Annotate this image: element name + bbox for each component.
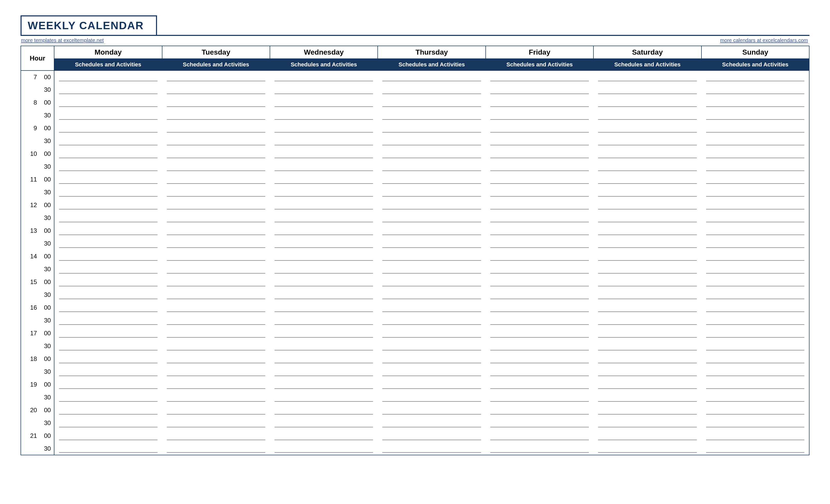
schedule-slot[interactable] (486, 160, 594, 173)
schedule-slot[interactable] (54, 96, 162, 109)
schedule-slot[interactable] (54, 276, 162, 289)
schedule-slot[interactable] (701, 83, 809, 96)
schedule-slot[interactable] (378, 314, 485, 327)
schedule-slot[interactable] (378, 352, 485, 365)
schedule-slot[interactable] (378, 378, 485, 391)
schedule-slot[interactable] (486, 442, 594, 455)
schedule-slot[interactable] (701, 416, 809, 429)
schedule-slot[interactable] (54, 199, 162, 211)
schedule-slot[interactable] (54, 237, 162, 250)
schedule-slot[interactable] (701, 340, 809, 352)
schedule-slot[interactable] (162, 416, 270, 429)
schedule-slot[interactable] (594, 70, 701, 83)
schedule-slot[interactable] (378, 340, 485, 352)
schedule-slot[interactable] (54, 83, 162, 96)
schedule-slot[interactable] (486, 211, 594, 224)
schedule-slot[interactable] (701, 211, 809, 224)
schedule-slot[interactable] (378, 263, 485, 276)
schedule-slot[interactable] (701, 109, 809, 122)
schedule-slot[interactable] (594, 135, 701, 147)
schedule-slot[interactable] (701, 160, 809, 173)
schedule-slot[interactable] (162, 404, 270, 416)
schedule-slot[interactable] (54, 109, 162, 122)
schedule-slot[interactable] (594, 276, 701, 289)
schedule-slot[interactable] (162, 429, 270, 442)
schedule-slot[interactable] (162, 263, 270, 276)
schedule-slot[interactable] (701, 378, 809, 391)
schedule-slot[interactable] (594, 173, 701, 186)
schedule-slot[interactable] (54, 442, 162, 455)
schedule-slot[interactable] (378, 122, 485, 135)
schedule-slot[interactable] (378, 96, 485, 109)
schedule-slot[interactable] (701, 237, 809, 250)
schedule-slot[interactable] (701, 173, 809, 186)
schedule-slot[interactable] (270, 173, 378, 186)
schedule-slot[interactable] (270, 301, 378, 314)
schedule-slot[interactable] (486, 237, 594, 250)
schedule-slot[interactable] (701, 135, 809, 147)
schedule-slot[interactable] (701, 365, 809, 378)
schedule-slot[interactable] (54, 301, 162, 314)
schedule-slot[interactable] (594, 199, 701, 211)
schedule-slot[interactable] (162, 391, 270, 404)
schedule-slot[interactable] (486, 147, 594, 160)
schedule-slot[interactable] (378, 404, 485, 416)
schedule-slot[interactable] (378, 83, 485, 96)
schedule-slot[interactable] (701, 250, 809, 263)
schedule-slot[interactable] (162, 70, 270, 83)
schedule-slot[interactable] (270, 416, 378, 429)
schedule-slot[interactable] (486, 109, 594, 122)
schedule-slot[interactable] (594, 416, 701, 429)
schedule-slot[interactable] (594, 391, 701, 404)
schedule-slot[interactable] (378, 301, 485, 314)
schedule-slot[interactable] (486, 224, 594, 237)
schedule-slot[interactable] (594, 250, 701, 263)
schedule-slot[interactable] (594, 224, 701, 237)
schedule-slot[interactable] (701, 96, 809, 109)
schedule-slot[interactable] (378, 429, 485, 442)
schedule-slot[interactable] (270, 365, 378, 378)
schedule-slot[interactable] (162, 160, 270, 173)
schedule-slot[interactable] (270, 352, 378, 365)
schedule-slot[interactable] (378, 327, 485, 340)
schedule-slot[interactable] (378, 224, 485, 237)
schedule-slot[interactable] (701, 199, 809, 211)
schedule-slot[interactable] (378, 365, 485, 378)
schedule-slot[interactable] (701, 442, 809, 455)
schedule-slot[interactable] (270, 327, 378, 340)
schedule-slot[interactable] (54, 173, 162, 186)
schedule-slot[interactable] (701, 404, 809, 416)
schedule-slot[interactable] (486, 416, 594, 429)
schedule-slot[interactable] (270, 211, 378, 224)
schedule-slot[interactable] (486, 96, 594, 109)
schedule-slot[interactable] (594, 96, 701, 109)
schedule-slot[interactable] (270, 135, 378, 147)
schedule-slot[interactable] (162, 211, 270, 224)
schedule-slot[interactable] (594, 442, 701, 455)
schedule-slot[interactable] (486, 70, 594, 83)
schedule-slot[interactable] (54, 147, 162, 160)
schedule-slot[interactable] (594, 122, 701, 135)
schedule-slot[interactable] (162, 301, 270, 314)
schedule-slot[interactable] (701, 122, 809, 135)
schedule-slot[interactable] (162, 340, 270, 352)
schedule-slot[interactable] (701, 263, 809, 276)
schedule-slot[interactable] (594, 147, 701, 160)
schedule-slot[interactable] (594, 160, 701, 173)
schedule-slot[interactable] (486, 314, 594, 327)
schedule-slot[interactable] (378, 276, 485, 289)
schedule-slot[interactable] (162, 442, 270, 455)
schedule-slot[interactable] (594, 314, 701, 327)
schedule-slot[interactable] (594, 352, 701, 365)
schedule-slot[interactable] (162, 83, 270, 96)
schedule-slot[interactable] (378, 199, 485, 211)
schedule-slot[interactable] (594, 365, 701, 378)
schedule-slot[interactable] (270, 147, 378, 160)
schedule-slot[interactable] (378, 160, 485, 173)
schedule-slot[interactable] (378, 237, 485, 250)
schedule-slot[interactable] (594, 289, 701, 301)
schedule-slot[interactable] (54, 70, 162, 83)
schedule-slot[interactable] (378, 289, 485, 301)
schedule-slot[interactable] (378, 416, 485, 429)
schedule-slot[interactable] (54, 211, 162, 224)
